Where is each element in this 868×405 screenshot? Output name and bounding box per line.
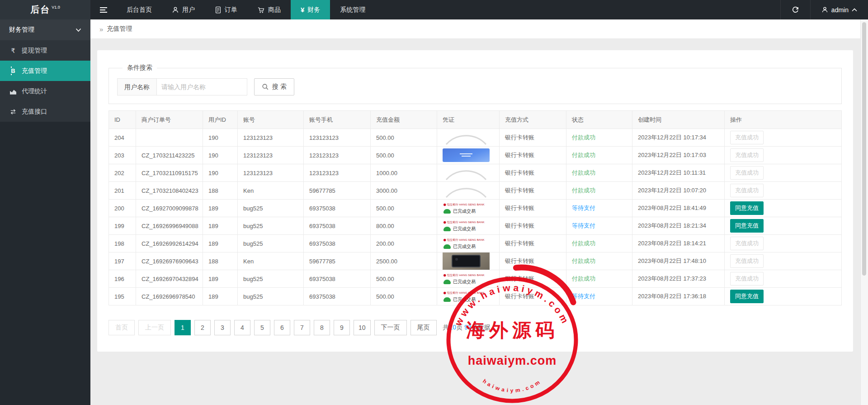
cell-user-id: 190 bbox=[203, 164, 238, 182]
voucher-thumbnail[interactable]: 恒生银行 HANG SENG BANK已完成交易 bbox=[443, 200, 492, 217]
voucher-thumbnail[interactable] bbox=[443, 182, 490, 199]
nav-label: 订单 bbox=[225, 6, 237, 14]
voucher-thumbnail[interactable] bbox=[443, 148, 490, 162]
vertical-scrollbar[interactable] bbox=[860, 19, 868, 405]
pager-next-button[interactable]: 下一页 bbox=[374, 320, 407, 335]
cell-status: 等待支付 bbox=[566, 288, 632, 305]
nav-item-orders[interactable]: 订单 bbox=[205, 0, 247, 19]
cell-account: bug525 bbox=[238, 200, 304, 217]
table-row: 198CZ_16926992614294189bug52569375038200… bbox=[109, 235, 842, 253]
pager-page-6[interactable]: 6 bbox=[274, 320, 290, 335]
app-title: 后台 bbox=[30, 4, 50, 16]
voucher-thumbnail[interactable]: 恒生银行 HANG SENG BANK已完成交易 bbox=[443, 270, 492, 287]
voucher-thumbnail[interactable] bbox=[443, 253, 490, 270]
search-button[interactable]: 搜 索 bbox=[254, 78, 294, 95]
cell-voucher bbox=[437, 182, 500, 200]
approve-recharge-button[interactable]: 同意充值 bbox=[730, 290, 764, 303]
voucher-thumbnail[interactable]: 恒生银行 HANG SENG BANK已完成交易 bbox=[443, 235, 492, 252]
user-menu[interactable]: admin bbox=[810, 0, 868, 19]
cell-action: 充值成功 bbox=[725, 164, 842, 182]
cell-method: 银行卡转账 bbox=[500, 147, 566, 164]
sidebar-item-recharge-api[interactable]: 充值接口 bbox=[0, 101, 90, 122]
voucher-thumbnail[interactable] bbox=[443, 165, 490, 181]
username-label: 用户名称 bbox=[117, 78, 157, 95]
done-check-icon bbox=[443, 209, 451, 214]
done-text: 已完成交易 bbox=[453, 279, 476, 285]
cell-method: 银行卡转账 bbox=[500, 235, 566, 253]
cell-status: 付款成功 bbox=[566, 270, 632, 288]
nav-item-users[interactable]: 用户 bbox=[162, 0, 205, 19]
done-text: 已完成交易 bbox=[453, 226, 476, 232]
recharge-success-button: 充值成功 bbox=[730, 131, 764, 144]
cell-order-no: CZ_16926996949088 bbox=[136, 217, 203, 235]
username-input[interactable] bbox=[157, 78, 247, 95]
cell-status: 付款成功 bbox=[566, 253, 632, 270]
cell-account: bug525 bbox=[238, 270, 304, 288]
nav-item-dashboard[interactable]: 后台首页 bbox=[117, 0, 162, 19]
voucher-wrap bbox=[443, 182, 494, 199]
status-badge: 付款成功 bbox=[572, 169, 595, 176]
voucher-thumbnail[interactable] bbox=[443, 129, 490, 146]
approve-recharge-button[interactable]: 同意充值 bbox=[730, 219, 764, 233]
sidebar: 财务管理 ₹ 提现管理 B 充值管理 代理统计 充值接口 bbox=[0, 19, 90, 405]
nav-item-products[interactable]: 商品 bbox=[247, 0, 291, 19]
done-text: 已完成交易 bbox=[453, 243, 476, 250]
sidebar-item-label: 代理统计 bbox=[22, 87, 47, 95]
cell-phone: 69375038 bbox=[304, 288, 371, 305]
pager-page-9[interactable]: 9 bbox=[334, 320, 350, 335]
voucher-thumbnail[interactable]: 恒生银行 HANG SENG BANK已完成交易 bbox=[443, 217, 492, 234]
pager-last-button[interactable]: 尾页 bbox=[410, 320, 437, 335]
cell-created: 2023年08月22日 18:21:34 bbox=[632, 217, 725, 235]
nav-item-finance[interactable]: ¥ 财务 bbox=[291, 0, 330, 19]
cell-status: 付款成功 bbox=[566, 182, 632, 200]
rupee-icon: ₹ bbox=[9, 47, 17, 54]
bank-logo-icon bbox=[443, 238, 446, 241]
cell-amount: 2500.00 bbox=[371, 253, 437, 270]
voucher-wrap: 恒生银行 HANG SENG BANK已完成交易 bbox=[443, 235, 494, 252]
cell-status: 付款成功 bbox=[566, 235, 632, 253]
pager-page-7[interactable]: 7 bbox=[294, 320, 310, 335]
cell-order-no: CZ_16926992614294 bbox=[136, 235, 203, 253]
cell-status: 付款成功 bbox=[566, 164, 632, 182]
pager-page-10[interactable]: 10 bbox=[354, 320, 371, 335]
cell-voucher: 恒生银行 HANG SENG BANK已完成交易 bbox=[437, 288, 500, 305]
content-area: 条件搜索 用户名称 搜 索 ID商户订单号用户ID账号账号手机充值金额凭证充值方 bbox=[90, 39, 860, 405]
column-header-7: 充值方式 bbox=[500, 111, 566, 129]
cell-id: 200 bbox=[109, 200, 136, 217]
pager-page-3[interactable]: 3 bbox=[214, 320, 231, 335]
refresh-button[interactable] bbox=[780, 0, 810, 19]
cell-user-id: 188 bbox=[203, 182, 238, 200]
done-text: 已完成交易 bbox=[453, 208, 476, 214]
approve-recharge-button[interactable]: 同意充值 bbox=[730, 201, 764, 215]
pager-page-4[interactable]: 4 bbox=[234, 320, 250, 335]
sidebar-group-label: 财务管理 bbox=[9, 26, 34, 34]
voucher-bank-line: 恒生银行 HANG SENG BANK bbox=[443, 273, 481, 277]
pager-page-2[interactable]: 2 bbox=[194, 320, 211, 335]
sidebar-item-agent-stats[interactable]: 代理统计 bbox=[0, 81, 90, 101]
sidebar-group-finance[interactable]: 财务管理 bbox=[0, 19, 90, 40]
scrollbar-thumb[interactable] bbox=[862, 22, 866, 276]
cell-order-no: CZ_16927009099878 bbox=[136, 200, 203, 217]
pager-page-1[interactable]: 1 bbox=[175, 320, 191, 335]
cell-account: Ken bbox=[238, 182, 304, 200]
cell-method: 银行卡转账 bbox=[500, 164, 566, 182]
hamburger-icon[interactable] bbox=[90, 0, 117, 19]
cell-id: 201 bbox=[109, 182, 136, 200]
cell-amount: 200.00 bbox=[371, 235, 437, 253]
sidebar-item-recharge[interactable]: B 充值管理 bbox=[0, 61, 90, 81]
cell-created: 2023年12月22日 10:17:03 bbox=[632, 147, 725, 164]
sidebar-item-label: 充值接口 bbox=[22, 108, 47, 116]
table-row: 196CZ_16926970432894189bug52569375038500… bbox=[109, 270, 842, 288]
nav-item-system[interactable]: 系统管理 bbox=[330, 0, 375, 19]
cell-amount: 500.00 bbox=[371, 129, 437, 147]
sidebar-item-withdraw[interactable]: ₹ 提现管理 bbox=[0, 40, 90, 61]
recharge-card: 条件搜索 用户名称 搜 索 ID商户订单号用户ID账号账号手机充值金额凭证充值方 bbox=[97, 50, 853, 352]
cell-created: 2023年08月22日 17:37:23 bbox=[632, 270, 725, 288]
pager-page-8[interactable]: 8 bbox=[314, 320, 330, 335]
cell-id: 197 bbox=[109, 253, 136, 270]
username: admin bbox=[831, 6, 849, 14]
voucher-thumbnail[interactable]: 恒生银行 HANG SENG BANK已完成交易 bbox=[443, 288, 492, 305]
bank-logo-icon bbox=[443, 291, 446, 294]
cell-id: 195 bbox=[109, 288, 136, 305]
pager-page-5[interactable]: 5 bbox=[254, 320, 270, 335]
